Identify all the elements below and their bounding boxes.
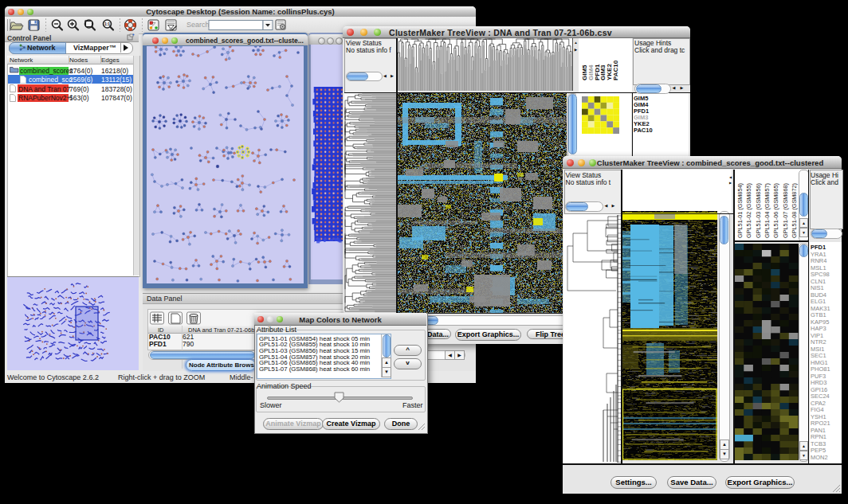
svg-text:1:1: 1:1 [104,21,110,26]
svg-text:Search:: Search: [186,21,211,29]
